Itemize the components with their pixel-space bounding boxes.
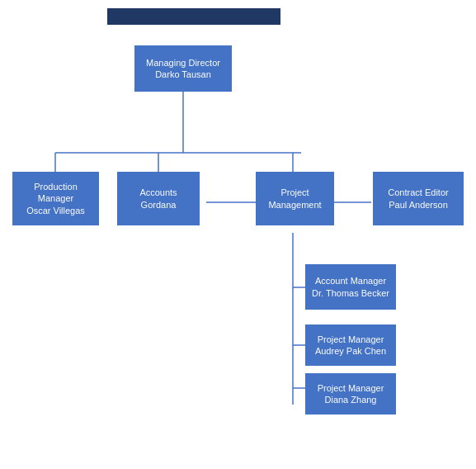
org-chart: Managing Director Darko Tausan Productio… bbox=[0, 0, 476, 469]
managing-director-name: Darko Tausan bbox=[155, 69, 211, 80]
account-manager-role: Account Manager bbox=[315, 275, 386, 287]
managing-director-node: Managing Director Darko Tausan bbox=[134, 45, 232, 92]
account-manager-name: Dr. Thomas Becker bbox=[312, 287, 389, 299]
production-manager-name: Oscar Villegas bbox=[26, 205, 85, 216]
project-manager-diana-node: Project Manager Diana Zhang bbox=[305, 373, 396, 415]
production-manager-node: Production Manager Oscar Villegas bbox=[12, 172, 99, 225]
contract-editor-node: Contract Editor Paul Anderson bbox=[373, 172, 464, 225]
production-manager-role: Production Manager bbox=[19, 181, 92, 205]
project-manager-diana-name: Diana Zhang bbox=[325, 394, 377, 405]
contract-editor-name: Paul Anderson bbox=[389, 199, 448, 211]
accounts-name: Gordana bbox=[141, 199, 177, 211]
project-manager-audrey-node: Project Manager Audrey Pak Chen bbox=[305, 325, 396, 366]
accounts-node: Accounts Gordana bbox=[117, 172, 200, 225]
accounts-role: Accounts bbox=[139, 187, 177, 198]
project-manager-audrey-role: Project Manager bbox=[318, 334, 384, 345]
project-management-node: Project Management bbox=[256, 172, 334, 225]
connector-lines bbox=[0, 0, 476, 469]
contract-editor-role: Contract Editor bbox=[388, 187, 448, 198]
project-manager-diana-role: Project Manager bbox=[318, 382, 384, 394]
project-manager-audrey-name: Audrey Pak Chen bbox=[315, 345, 386, 357]
title-bar bbox=[107, 8, 280, 25]
project-management-role: Project Management bbox=[262, 187, 328, 211]
account-manager-node: Account Manager Dr. Thomas Becker bbox=[305, 264, 396, 310]
managing-director-role: Managing Director bbox=[146, 57, 220, 69]
